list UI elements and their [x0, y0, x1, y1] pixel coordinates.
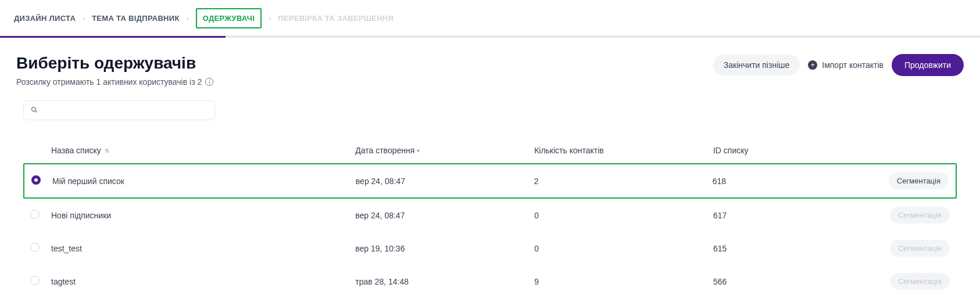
radio-button[interactable] [30, 210, 40, 219]
svg-line-1 [35, 110, 37, 112]
row-date: вер 19, 10:36 [355, 244, 534, 253]
continue-button[interactable]: Продовжити [892, 54, 964, 76]
breadcrumb-recipients[interactable]: ОДЕРЖУВАЧІ [196, 8, 262, 28]
finish-later-button[interactable]: Закінчити пізніше [713, 55, 800, 75]
header-id[interactable]: ID списку [713, 146, 874, 155]
breadcrumb-design[interactable]: ДИЗАЙН ЛИСТА [14, 14, 76, 23]
table-row[interactable]: tagtest трав 28, 14:48 9 566 Сегментація [23, 265, 957, 295]
search-icon [31, 106, 38, 115]
row-date: вер 24, 08:47 [356, 177, 534, 186]
header-count[interactable]: Кількість контактів [534, 146, 713, 155]
radio-button[interactable] [30, 276, 40, 285]
table-header-row: Назва списку ⇅ Дата створення ▾ Кількіст… [23, 138, 957, 163]
progress-bar [0, 36, 980, 38]
row-date: трав 28, 14:48 [355, 277, 534, 286]
row-id: 566 [713, 277, 874, 286]
row-name: tagtest [51, 277, 355, 286]
sort-desc-icon: ▾ [417, 148, 420, 154]
row-id: 618 [713, 177, 873, 186]
breadcrumb-subject[interactable]: ТЕМА ТА ВІДПРАВНИК [92, 14, 180, 23]
table-row[interactable]: Нові підписники вер 24, 08:47 0 617 Сегм… [23, 199, 957, 232]
row-count: 0 [534, 211, 713, 220]
sort-icon: ⇅ [105, 148, 109, 154]
info-icon[interactable]: i [205, 78, 213, 86]
row-date: вер 24, 08:47 [355, 211, 534, 220]
header-date[interactable]: Дата створення ▾ [355, 146, 534, 155]
row-name: Мій перший список [52, 177, 356, 186]
subtitle-text: Розсилку отримають 1 активних користувач… [16, 77, 202, 87]
row-name: test_test [51, 244, 355, 253]
chevron-right-icon: › [187, 15, 189, 23]
progress-fill [0, 36, 226, 38]
page-title: Виберіть одержувачів [16, 54, 213, 73]
recipients-table: Назва списку ⇅ Дата створення ▾ Кількіст… [23, 138, 957, 295]
radio-button[interactable] [30, 243, 40, 252]
import-label: Імпорт контактів [822, 60, 884, 70]
page-header: Виберіть одержувачів Розсилку отримають … [0, 38, 980, 89]
row-id: 617 [713, 211, 874, 220]
page-subtitle: Розсилку отримають 1 активних користувач… [16, 77, 213, 87]
radio-button[interactable] [31, 175, 41, 185]
segmentation-button: Сегментація [890, 273, 950, 290]
row-count: 9 [534, 277, 713, 286]
segmentation-button: Сегментація [890, 207, 950, 224]
table-row[interactable]: Мій перший список вер 24, 08:47 2 618 Се… [23, 163, 957, 199]
header-name[interactable]: Назва списку ⇅ [51, 146, 355, 155]
chevron-right-icon: › [83, 15, 85, 23]
search-input[interactable] [42, 106, 208, 115]
row-name: Нові підписники [51, 211, 355, 220]
search-box[interactable] [23, 100, 215, 120]
breadcrumb-review: ПЕРЕВІРКА ТА ЗАВЕРШЕННЯ [278, 14, 394, 23]
segmentation-button[interactable]: Сегментація [889, 172, 949, 189]
breadcrumbs: ДИЗАЙН ЛИСТА › ТЕМА ТА ВІДПРАВНИК › ОДЕР… [0, 0, 980, 36]
row-id: 615 [713, 244, 874, 253]
row-count: 2 [534, 177, 713, 186]
import-contacts-button[interactable]: + Імпорт контактів [808, 60, 884, 70]
svg-point-0 [32, 107, 36, 111]
segmentation-button: Сегментація [890, 240, 950, 257]
table-row[interactable]: test_test вер 19, 10:36 0 615 Сегментаці… [23, 232, 957, 265]
plus-icon: + [808, 60, 817, 70]
chevron-right-icon: › [269, 15, 271, 23]
row-count: 0 [534, 244, 713, 253]
